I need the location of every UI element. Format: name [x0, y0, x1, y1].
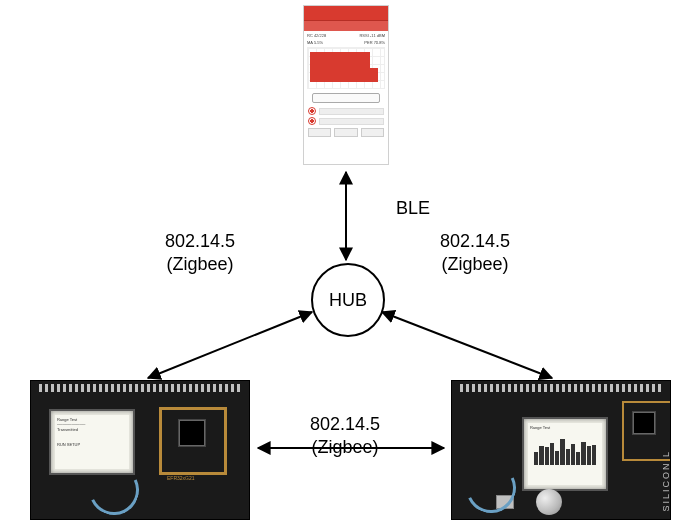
board-lcd-content: Range Test — [528, 423, 602, 485]
hub-node: HUB — [311, 263, 385, 337]
phone-stat-per: PER 70.8% — [364, 40, 385, 45]
pin-header — [460, 384, 662, 392]
dev-board-right: Range Test SILICON L — [451, 380, 671, 520]
phone-option-row-1 — [304, 107, 388, 115]
board-lcd: Range Test──────────TransmittedRUN SETUP — [49, 409, 135, 475]
phone-stats-row-2: MA 5.5% PER 70.8% — [304, 38, 388, 45]
edge-hub-right — [382, 312, 552, 378]
phone-chart — [307, 47, 385, 89]
board-lcd-histogram — [534, 433, 596, 465]
board-lcd: Range Test — [522, 417, 608, 491]
edge-label-ble: BLE — [396, 197, 430, 220]
phone-option-field — [319, 108, 384, 115]
edge-label-bottom: 802.14.5 (Zigbee) — [310, 413, 380, 458]
phone-stats-row-1: RC 42/228 RSSI -11 dBM — [304, 31, 388, 38]
soc-chip — [178, 419, 206, 447]
board-brand-text: SILICON L — [661, 450, 671, 512]
phone-app-screenshot: RC 42/228 RSSI -11 dBM MA 5.5% PER 70.8% — [303, 5, 389, 165]
edge-label-left: 802.14.5 (Zigbee) — [165, 230, 235, 275]
phone-stat-rc: RC 42/228 — [307, 33, 326, 38]
edge-hub-left — [148, 312, 312, 378]
chip-label: EFR32xG21 — [167, 475, 195, 481]
phone-chart-block-2 — [370, 68, 378, 82]
phone-option-field — [319, 118, 384, 125]
silabs-logo-icon — [459, 456, 523, 520]
phone-footer-button — [361, 128, 384, 137]
diagram-stage: { "hub": { "label": "HUB" }, "links": { … — [0, 0, 693, 532]
phone-chart-block-1 — [310, 52, 370, 82]
hub-label: HUB — [329, 290, 367, 311]
phone-stat-ma: MA 5.5% — [307, 40, 323, 45]
board-lcd-content: Range Test──────────TransmittedRUN SETUP — [55, 415, 129, 469]
phone-titlebar — [304, 6, 388, 21]
radio-icon — [308, 117, 316, 125]
phone-button-primary — [312, 93, 380, 103]
edge-label-right: 802.14.5 (Zigbee) — [440, 230, 510, 275]
phone-footer-button — [334, 128, 357, 137]
pin-header — [39, 384, 241, 392]
phone-stat-rssi: RSSI -11 dBM — [359, 33, 385, 38]
phone-footer-buttons — [304, 125, 388, 140]
radio-icon — [308, 107, 316, 115]
soc-chip — [632, 411, 656, 435]
phone-option-row-2 — [304, 117, 388, 125]
phone-subtitle-bar — [304, 21, 388, 31]
phone-footer-button — [308, 128, 331, 137]
coin-cell — [536, 489, 562, 515]
dev-board-left: Range Test──────────TransmittedRUN SETUP… — [30, 380, 250, 520]
